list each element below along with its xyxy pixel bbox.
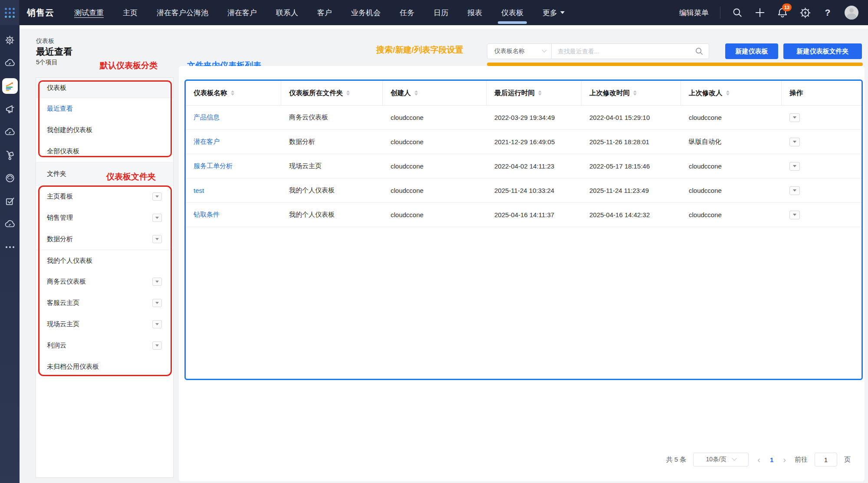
- nav-item-dedup-check[interactable]: 测试查重: [74, 0, 104, 25]
- goto-page-input[interactable]: [815, 453, 837, 466]
- dashboard-link[interactable]: 潜在客户: [194, 138, 220, 146]
- folder-dropdown-button[interactable]: [152, 299, 162, 307]
- help-icon[interactable]: ?: [822, 7, 833, 18]
- folder-dropdown-button[interactable]: [152, 278, 162, 286]
- user-avatar[interactable]: [845, 6, 858, 20]
- cell-actions: [782, 106, 861, 129]
- row-actions-dropdown-button[interactable]: [789, 186, 800, 195]
- sort-icon[interactable]: [346, 90, 350, 96]
- cell-modified: 2025-04-16 14:42:32: [582, 203, 681, 227]
- column-header-creator[interactable]: 创建人: [383, 81, 487, 105]
- category-created-by-me[interactable]: 我创建的仪表板: [36, 119, 173, 141]
- folder-label: 我的个人仪表板: [47, 257, 92, 265]
- current-page-number[interactable]: 1: [769, 456, 774, 463]
- search-input[interactable]: [558, 48, 695, 55]
- cloud-icon[interactable]: [2, 124, 18, 140]
- sort-icon[interactable]: [231, 90, 234, 96]
- sort-icon[interactable]: [414, 90, 418, 96]
- folder-dropdown-button[interactable]: [152, 320, 162, 328]
- top-navbar: 销售云 测试查重 主页 潜在客户公海池 潜在客户 联系人 客户 业务机会 任务 …: [0, 0, 868, 25]
- search-icon[interactable]: [695, 47, 704, 56]
- search-combo: 仪表板名称: [487, 43, 709, 59]
- cell-folder: 我的个人仪表板: [281, 179, 383, 202]
- new-dashboard-button[interactable]: 新建仪表板: [725, 43, 778, 59]
- edit-menu-button[interactable]: 编辑菜单: [679, 8, 709, 18]
- folder-item-unfiled-public[interactable]: 未归档公用仪表板: [36, 356, 173, 377]
- row-actions-dropdown-button[interactable]: [789, 162, 800, 171]
- dashboard-link[interactable]: 钻取条件: [194, 211, 220, 219]
- sort-icon[interactable]: [633, 90, 637, 96]
- cell-last-run: 2025-11-24 10:33:24: [487, 179, 582, 202]
- folder-dropdown-button[interactable]: [152, 214, 162, 222]
- task-check-icon[interactable]: [2, 193, 18, 209]
- folder-item-business-cloud[interactable]: 商务云仪表板: [36, 271, 173, 292]
- service-headset-chat-icon[interactable]: [2, 170, 18, 186]
- row-actions-dropdown-button[interactable]: [789, 138, 800, 146]
- folder-item-my-personal[interactable]: 我的个人仪表板: [36, 250, 173, 271]
- nav-item-opportunities[interactable]: 业务机会: [351, 0, 381, 25]
- search-icon[interactable]: [732, 7, 743, 18]
- campaign-megaphone-icon[interactable]: [2, 101, 18, 117]
- settings-gear-icon[interactable]: [2, 32, 18, 48]
- nav-item-more[interactable]: 更多: [542, 0, 565, 25]
- logistics-trolley-icon[interactable]: [2, 147, 18, 163]
- notifications-bell-icon[interactable]: 13: [777, 7, 788, 18]
- row-actions-dropdown-button[interactable]: [789, 113, 800, 122]
- folder-item-profit-cloud[interactable]: 利润云: [36, 335, 173, 356]
- dashboard-link[interactable]: 产品信息: [194, 113, 220, 122]
- column-label: 创建人: [391, 89, 411, 98]
- cloud-icon[interactable]: [2, 55, 18, 71]
- sales-cloud-app-icon[interactable]: [2, 78, 18, 94]
- nav-item-dashboards[interactable]: 仪表板: [501, 0, 523, 25]
- dashboard-link[interactable]: 服务工单分析: [194, 162, 233, 170]
- pagination: 共 5 条 10条/页 ‹ 1 › 前往 页: [666, 453, 851, 466]
- category-recently-viewed[interactable]: 最近查看: [36, 98, 173, 119]
- cell-modified: 2022-05-17 18:15:46: [582, 154, 681, 178]
- sort-icon[interactable]: [726, 90, 730, 96]
- search-field-selector-value: 仪表板名称: [494, 47, 525, 55]
- nav-item-calendar[interactable]: 日历: [434, 0, 448, 25]
- nav-item-home[interactable]: 主页: [123, 0, 138, 25]
- caret-down-icon: [793, 214, 796, 216]
- table-row: 钻取条件 我的个人仪表板 cloudccone 2025-04-16 14:11…: [186, 203, 861, 227]
- nav-item-leads[interactable]: 潜在客户: [227, 0, 257, 25]
- folder-dropdown-button[interactable]: [152, 235, 162, 243]
- page-size-select[interactable]: 10条/页: [693, 453, 749, 466]
- new-dashboard-folder-button[interactable]: 新建仪表板文件夹: [783, 43, 862, 59]
- sort-icon[interactable]: [538, 90, 542, 96]
- create-plus-icon[interactable]: [754, 7, 766, 18]
- folder-dropdown-button[interactable]: [152, 341, 162, 350]
- folder-label: 商务云仪表板: [47, 278, 86, 286]
- column-header-name[interactable]: 仪表板名称: [186, 81, 281, 105]
- app-launcher-button[interactable]: [0, 0, 19, 25]
- folder-item-home-board[interactable]: 主页看板: [36, 186, 173, 207]
- folder-item-field-cloud-home[interactable]: 现场云主页: [36, 314, 173, 335]
- column-header-modifier[interactable]: 上次修改人: [681, 81, 782, 105]
- nav-item-tasks[interactable]: 任务: [400, 0, 414, 25]
- category-all-dashboards[interactable]: 全部仪表板: [36, 141, 173, 162]
- nav-item-lead-pool[interactable]: 潜在客户公海池: [157, 0, 208, 25]
- cell-last-run: 2021-12-29 16:49:05: [487, 130, 582, 154]
- grid-apps-icon: [5, 8, 15, 18]
- gear-lightning-icon[interactable]: [799, 7, 811, 18]
- search-field-selector[interactable]: 仪表板名称: [487, 44, 552, 59]
- nav-item-reports[interactable]: 报表: [467, 0, 482, 25]
- next-page-button[interactable]: ›: [781, 455, 788, 464]
- dashboard-link[interactable]: test: [194, 187, 204, 194]
- folder-item-service-cloud-home[interactable]: 客服云主页: [36, 292, 173, 314]
- cell-modifier: cloudccone: [681, 106, 782, 129]
- column-header-modified-time[interactable]: 上次修改时间: [582, 81, 681, 105]
- cloud-icon[interactable]: [2, 216, 18, 232]
- column-header-last-run[interactable]: 最后运行时间: [487, 81, 582, 105]
- nav-item-accounts[interactable]: 客户: [317, 0, 332, 25]
- row-actions-dropdown-button[interactable]: [789, 211, 800, 219]
- more-dots-icon[interactable]: [2, 239, 18, 255]
- cell-modifier: cloudccone: [681, 154, 782, 178]
- column-header-folder[interactable]: 仪表板所在文件夹: [281, 81, 383, 105]
- folder-dropdown-button[interactable]: [152, 192, 162, 201]
- nav-item-contacts[interactable]: 联系人: [276, 0, 298, 25]
- cell-actions: [782, 179, 861, 202]
- folder-item-sales-management[interactable]: 销售管理: [36, 207, 173, 228]
- folder-item-data-analysis[interactable]: 数据分析: [36, 228, 173, 250]
- prev-page-button[interactable]: ‹: [756, 455, 762, 464]
